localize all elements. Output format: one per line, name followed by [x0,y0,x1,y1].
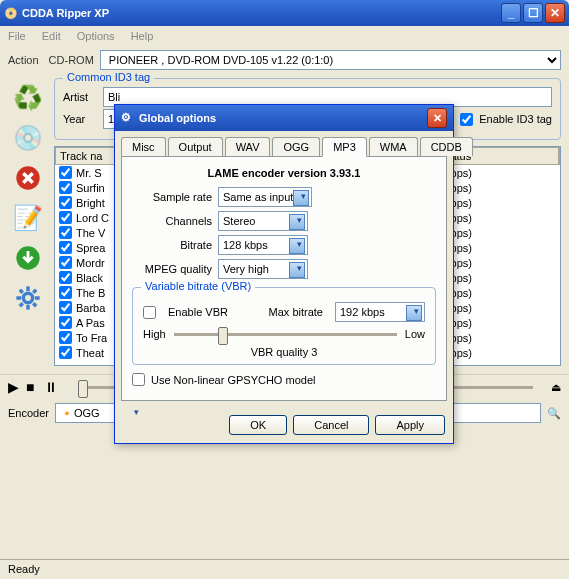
track-name: To Fra [76,332,116,344]
vbr-quality-value: VBR quality 3 [143,346,425,358]
close-button[interactable]: ✕ [545,3,565,23]
tab-misc[interactable]: Misc [121,137,166,156]
tab-mp3[interactable]: MP3 [322,137,367,157]
track-checkbox[interactable] [59,181,72,194]
play-button[interactable]: ▶ [8,379,24,395]
cancel-icon[interactable] [12,162,44,194]
col-trackname[interactable]: Track na [56,148,116,164]
track-name: The B [76,287,116,299]
id3-legend: Common ID3 tag [63,71,154,83]
gpsycho-label: Use Non-linear GPSYCHO model [151,374,315,386]
track-name: Black [76,272,116,284]
download-icon[interactable] [12,242,44,274]
track-name: Mr. S [76,167,116,179]
svg-line-7 [20,290,23,293]
track-name: Barba [76,302,116,314]
svg-line-10 [33,290,36,293]
bitrate-select[interactable]: 128 kbps [218,235,308,255]
track-checkbox[interactable] [59,166,72,179]
menu-help[interactable]: Help [131,30,154,42]
track-checkbox[interactable] [59,241,72,254]
vbr-legend: Variable bitrate (VBR) [141,280,255,292]
track-name: Bright [76,197,116,209]
window-title: CDDA Ripper XP [22,7,501,19]
settings-icon[interactable] [12,282,44,314]
track-checkbox[interactable] [59,196,72,209]
lame-header: LAME encoder version 3.93.1 [132,167,436,179]
track-checkbox[interactable] [59,256,72,269]
action-row: Action CD-ROM PIONEER , DVD-ROM DVD-105 … [0,46,569,74]
edit-icon[interactable]: 📝 [12,202,44,234]
track-checkbox[interactable] [59,316,72,329]
channels-label: Channels [132,215,212,227]
tab-wma[interactable]: WMA [369,137,418,156]
year-label: Year [63,113,97,125]
vbr-quality-slider[interactable] [174,333,397,336]
menu-edit[interactable]: Edit [42,30,61,42]
mpeg-quality-select[interactable]: Very high [218,259,308,279]
track-name: Sprea [76,242,116,254]
menubar: File Edit Options Help [0,26,569,46]
svg-line-8 [33,303,36,306]
tab-wav[interactable]: WAV [225,137,271,156]
track-name: Lord C [76,212,116,224]
track-checkbox[interactable] [59,211,72,224]
track-name: Theat [76,347,116,359]
pause-button[interactable]: ⏸ [44,379,60,395]
maximize-button[interactable]: ☐ [523,3,543,23]
minimize-button[interactable]: _ [501,3,521,23]
cdrom-select[interactable]: PIONEER , DVD-ROM DVD-105 v1.22 (0:1:0) [100,50,561,70]
track-name: The V [76,227,116,239]
vbr-low-label: Low [405,328,425,340]
menu-options[interactable]: Options [77,30,115,42]
track-checkbox[interactable] [59,346,72,359]
channels-select[interactable]: Stereo [218,211,308,231]
sidebar: ♻️ 💿 📝 [8,78,48,366]
vbr-fieldset: Variable bitrate (VBR) Enable VBR Max bi… [132,287,436,365]
main-titlebar: 📀 CDDA Ripper XP _ ☐ ✕ [0,0,569,26]
apply-button[interactable]: Apply [375,415,445,435]
gear-icon: ⚙ [121,111,135,125]
track-checkbox[interactable] [59,271,72,284]
mpeg-quality-label: MPEG quality [132,263,212,275]
tab-ogg[interactable]: OGG [272,137,320,156]
max-bitrate-select[interactable]: 192 kbps [335,302,425,322]
dialog-close-button[interactable]: ✕ [427,108,447,128]
statusbar: Ready [0,559,569,579]
eject-icon[interactable]: ⏏ [551,381,561,394]
track-name: Surfin [76,182,116,194]
stop-button[interactable]: ■ [26,379,42,395]
browse-folder-icon[interactable]: 🔍 [547,407,561,420]
bitrate-label: Bitrate [132,239,212,251]
max-bitrate-label: Max bitrate [269,306,323,318]
sample-rate-select[interactable]: Same as input [218,187,312,207]
tab-cddb[interactable]: CDDB [420,137,473,156]
ok-button[interactable]: OK [229,415,287,435]
enable-id3-label: Enable ID3 tag [479,113,552,125]
svg-line-9 [20,303,23,306]
tab-output[interactable]: Output [168,137,223,156]
refresh-icon[interactable]: ♻️ [12,82,44,114]
gpsycho-checkbox[interactable] [132,373,145,386]
enable-id3-checkbox[interactable] [460,113,473,126]
dialog-title: Global options [139,112,427,124]
sample-rate-label: Sample rate [132,191,212,203]
artist-label: Artist [63,91,97,103]
mp3-panel: LAME encoder version 3.93.1 Sample rate … [121,156,447,401]
global-options-dialog: ⚙ Global options ✕ Misc Output WAV OGG M… [114,104,454,444]
track-checkbox[interactable] [59,226,72,239]
vbr-high-label: High [143,328,166,340]
disc-icon[interactable]: 💿 [12,122,44,154]
menu-file[interactable]: File [8,30,26,42]
track-checkbox[interactable] [59,301,72,314]
track-checkbox[interactable] [59,286,72,299]
cancel-button[interactable]: Cancel [293,415,369,435]
action-label: Action [8,54,39,66]
tabstrip: Misc Output WAV OGG MP3 WMA CDDB [115,131,453,156]
status-text: Ready [8,563,40,575]
dialog-titlebar: ⚙ Global options ✕ [115,105,453,131]
enable-vbr-checkbox[interactable] [143,306,156,319]
app-icon: 📀 [4,7,18,20]
encoder-label: Encoder [8,407,49,419]
track-checkbox[interactable] [59,331,72,344]
